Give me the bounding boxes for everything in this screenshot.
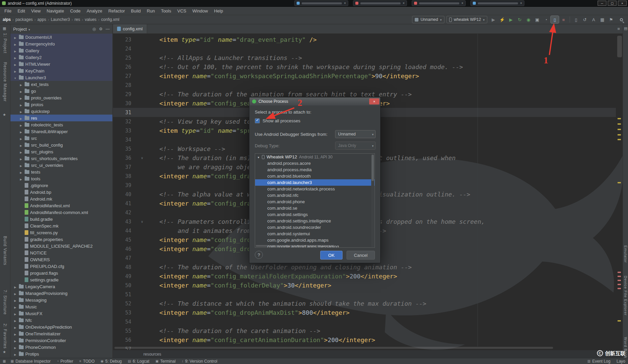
expand-arrow-icon[interactable] <box>19 109 23 114</box>
apply-changes-icon[interactable]: ⚡ <box>498 16 506 23</box>
tree-item-build-gradle[interactable]: build.gradle <box>10 216 112 222</box>
error-mark[interactable] <box>618 280 621 281</box>
process-item-com-android-bluetooth[interactable]: com.android.bluetooth <box>255 173 375 179</box>
expand-arrow-icon[interactable] <box>19 143 23 148</box>
toolwindow-tab-resource-manager[interactable]: Resource Manager <box>3 62 7 102</box>
expand-arrow-icon[interactable] <box>19 102 23 107</box>
breadcrumb-item-packages[interactable]: packages <box>16 17 33 22</box>
process-list-scrollbar[interactable] <box>371 154 374 247</box>
tree-item-android-bp[interactable]: Android.bp <box>10 189 112 195</box>
scrollbar-thumb[interactable] <box>114 347 553 349</box>
process-item-com-android-settings[interactable]: com.android.settings <box>255 211 375 218</box>
restart-activity-icon[interactable]: ↻ <box>516 16 524 23</box>
profiler-icon[interactable]: ◔ <box>542 16 550 23</box>
expand-arrow-icon[interactable] <box>13 35 17 40</box>
tree-item-owners[interactable]: OWNERS <box>10 256 112 263</box>
expand-arrow-icon[interactable] <box>13 68 17 73</box>
menu-item-edit[interactable]: Edit <box>15 7 28 15</box>
process-item-com-google-android-apps-maps[interactable]: com.google.android.apps.maps <box>255 237 375 243</box>
tree-item-gradle-properties[interactable]: gradle.properties <box>10 236 112 243</box>
search-everywhere-icon[interactable] <box>617 16 625 23</box>
run-icon[interactable]: ▶ <box>507 16 515 23</box>
favorites-star-icon[interactable]: ★ <box>3 350 6 354</box>
warning-mark[interactable] <box>618 129 621 130</box>
expand-arrow-icon[interactable] <box>19 95 23 100</box>
toolwindow-switcher-icon[interactable]: ▦ <box>3 26 6 31</box>
menu-item-build[interactable]: Build <box>128 7 144 15</box>
warning-mark[interactable] <box>618 139 621 140</box>
tree-item-gitignore[interactable]: .gitignore <box>10 182 112 189</box>
fold-arrow-icon[interactable] <box>139 220 145 223</box>
expand-arrow-icon[interactable] <box>19 89 23 94</box>
toolwindow-toggle-icon[interactable]: ▦ <box>3 359 6 363</box>
error-mark[interactable] <box>618 284 621 285</box>
tree-item-permissioncontroller[interactable]: PermissionController <box>10 337 112 344</box>
minimize-button[interactable]: ─ <box>598 1 606 6</box>
statusbar-item-terminal[interactable]: ▣Terminal <box>156 359 176 364</box>
breadcrumb-item-apps[interactable]: apps <box>37 17 46 22</box>
tree-item-proto-overrides[interactable]: proto_overrides <box>10 94 112 101</box>
debugger-settings-select[interactable]: Unnamed <box>335 130 376 138</box>
breadcrumb-item-alps[interactable]: alps <box>3 17 11 22</box>
tree-item-phonecommon[interactable]: PhoneCommon <box>10 344 112 351</box>
expand-arrow-icon[interactable] <box>19 163 23 168</box>
process-item-com-android-launcher3[interactable]: com.android.launcher3 <box>255 179 375 186</box>
menu-item-refactor[interactable]: Refactor <box>105 7 128 15</box>
breadcrumb-resources[interactable]: resources <box>143 352 161 357</box>
breadcrumb-item-config-xml[interactable]: config.xml <box>101 17 119 22</box>
tree-item-src-build-config[interactable]: src_build_config <box>10 142 112 148</box>
help-button[interactable]: ? <box>255 251 263 259</box>
ok-button[interactable]: OK <box>320 251 343 260</box>
tree-item-messaging[interactable]: Messaging <box>10 297 112 303</box>
toolwindow-tab-build-variants[interactable]: Build Variants <box>3 236 7 265</box>
chevron-down-icon[interactable] <box>27 27 30 32</box>
tree-item-protos[interactable]: protos <box>10 101 112 108</box>
warning-mark[interactable] <box>618 123 621 125</box>
scrollbar-thumb[interactable] <box>372 155 374 181</box>
panel-splitter[interactable] <box>112 24 113 358</box>
expand-arrow-icon[interactable] <box>13 298 17 303</box>
tree-item-settings-gradle[interactable]: settings.gradle <box>10 276 112 283</box>
statusbar-item-9-version-control[interactable]: ↕9: Version Control <box>182 359 217 364</box>
tree-item-managedprovisioning[interactable]: ManagedProvisioning <box>10 290 112 297</box>
menu-item-window[interactable]: Window <box>189 7 211 15</box>
device-manager-icon[interactable]: ▯ <box>572 16 580 23</box>
process-item-com-android-nfc[interactable]: com.android.nfc <box>255 192 375 199</box>
warning-mark[interactable] <box>618 134 621 135</box>
tree-item-launcher3[interactable]: Launcher3 <box>10 74 112 81</box>
tree-item-emergencyinfo[interactable]: EmergencyInfo <box>10 40 112 47</box>
tree-item-cleanspec-mk[interactable]: CleanSpec.mk <box>10 222 112 229</box>
tree-item-module-license-apache2[interactable]: MODULE_LICENSE_APACHE2 <box>10 243 112 249</box>
menu-item-run[interactable]: Run <box>144 7 158 15</box>
show-all-processes-checkbox[interactable] <box>255 118 260 123</box>
close-icon[interactable]: × <box>344 1 346 5</box>
collapse-arrow-icon[interactable] <box>13 75 17 80</box>
statusbar-item-todo[interactable]: ≡TODO <box>79 359 94 364</box>
process-item-android-process-acore[interactable]: android.process.acore <box>255 160 375 166</box>
process-item-com-android-settings-intelligence[interactable]: com.android.settings.intelligence <box>255 218 375 224</box>
bookmark-star-icon[interactable]: ★ <box>3 113 6 117</box>
toolwindow-tab-7-structure[interactable]: 7: Structure <box>3 290 7 315</box>
background-window-4[interactable]: × <box>470 0 524 6</box>
run-disabled-icon[interactable]: ▶ <box>489 16 497 23</box>
debug-type-select[interactable]: Java Only <box>335 142 376 150</box>
notifications-icon[interactable]: ⚑ <box>607 16 615 23</box>
tree-item-music[interactable]: Music <box>10 303 112 310</box>
toolwindow-tab-emulator[interactable]: Emulator <box>624 245 628 263</box>
expand-arrow-icon[interactable] <box>19 149 23 154</box>
error-mark[interactable] <box>618 288 621 289</box>
tree-item-src-plugins[interactable]: src_plugins <box>10 148 112 155</box>
breadcrumb-item-res[interactable]: res <box>75 17 80 22</box>
statusbar-item-profiler[interactable]: ◔Profiler <box>57 359 73 364</box>
tree-item-android-mk[interactable]: Android.mk <box>10 195 112 202</box>
expand-arrow-icon[interactable] <box>13 62 17 67</box>
background-window-1[interactable]: × <box>294 0 348 6</box>
tree-item-robolectric-tests[interactable]: robolectric_tests <box>10 121 112 128</box>
menu-item-code[interactable]: Code <box>67 7 84 15</box>
expand-arrow-icon[interactable] <box>13 345 17 350</box>
tree-item-tools[interactable]: tools <box>10 175 112 182</box>
close-icon[interactable]: × <box>461 1 463 5</box>
breadcrumb-item-launcher3[interactable]: Launcher3 <box>51 17 70 22</box>
process-item-android-process-media[interactable]: android.process.media <box>255 166 375 173</box>
maximize-button[interactable]: ▢ <box>608 1 617 6</box>
